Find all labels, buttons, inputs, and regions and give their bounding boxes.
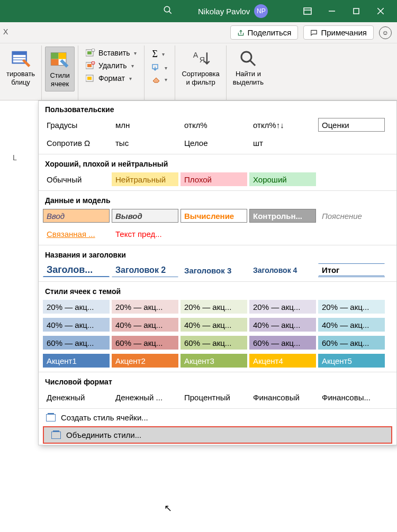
style-bad[interactable]: Плохой (181, 172, 247, 186)
minimize-icon[interactable] (320, 0, 344, 22)
merge-styles-icon (51, 432, 61, 439)
style-accent5[interactable]: Акцент5 (318, 354, 385, 368)
style-currency0[interactable]: Денежный ... (112, 390, 178, 404)
style-heading4[interactable]: Заголовок 4 (249, 263, 316, 277)
merge-styles-label: Объединить стили... (66, 430, 141, 439)
style-financial[interactable]: Финансовый (249, 390, 316, 404)
section-data-model: Данные и модель (39, 192, 396, 208)
style-60-accent3[interactable]: 60% — акц... (181, 336, 247, 350)
new-cell-style-button[interactable]: Создать стиль ячейки... (39, 410, 396, 425)
cell-styles-label: Стили ячеек (50, 71, 69, 88)
style-20-accent1[interactable]: 20% — акц... (43, 300, 110, 314)
cell-styles-gallery: Пользовательские Градусы млн откл% откл%… (38, 100, 397, 445)
share-label: Поделиться (248, 28, 292, 37)
find-select-button[interactable]: Найти и выделить (230, 47, 267, 88)
style-normal[interactable]: Обычный (43, 172, 110, 186)
style-accent1[interactable]: Акцент1 (43, 354, 110, 368)
style-60-accent5[interactable]: 60% — акц... (318, 336, 385, 350)
style-neutral[interactable]: Нейтральный (112, 172, 178, 186)
style-resistance[interactable]: Сопротив Ω (43, 136, 110, 150)
style-otkl-arrows[interactable]: откл%↑↓ (249, 118, 316, 132)
style-explanatory[interactable]: Пояснение (318, 209, 385, 223)
section-custom: Пользовательские (39, 101, 396, 117)
feedback-icon[interactable]: ☺ (379, 26, 392, 39)
style-60-accent2[interactable]: 60% — акц... (112, 336, 178, 350)
section-good-bad: Хороший, плохой и нейтральный (39, 155, 396, 171)
format-table-label: тировать блицу (6, 70, 35, 86)
style-percent[interactable]: Процентный (181, 390, 247, 404)
style-60-accent4[interactable]: 60% — акц... (249, 336, 316, 350)
close-icon[interactable] (368, 0, 393, 22)
svg-line-30 (250, 61, 255, 66)
style-warning[interactable]: Текст пред... (112, 227, 178, 241)
style-40-accent1[interactable]: 40% — акц... (43, 318, 110, 332)
style-20-accent4[interactable]: 20% — акц... (249, 300, 316, 314)
tab-indicator: X (3, 27, 8, 36)
style-financial0[interactable]: Финансовы... (318, 390, 385, 404)
style-currency[interactable]: Денежный (43, 390, 110, 404)
column-header-l[interactable]: L (13, 153, 17, 162)
style-accent2[interactable]: Акцент2 (112, 354, 178, 368)
comments-label: Примечания (321, 28, 367, 37)
style-20-accent5[interactable]: 20% — акц... (318, 300, 385, 314)
style-degrees[interactable]: Градусы (43, 118, 110, 132)
clear-button[interactable]: ▾ (150, 75, 169, 84)
svg-point-0 (164, 6, 170, 12)
style-ratings[interactable]: Оценки (318, 118, 385, 132)
share-button[interactable]: Поделиться (230, 25, 299, 40)
style-check[interactable]: Контрольн... (249, 209, 316, 223)
cell-styles-button[interactable]: Стили ячеек (45, 47, 75, 91)
format-as-table-button[interactable]: тировать блицу (3, 47, 38, 88)
style-20-accent3[interactable]: 20% — акц... (181, 300, 247, 314)
svg-rect-14 (59, 53, 66, 59)
style-tys[interactable]: тыс (112, 136, 178, 150)
merge-styles-button[interactable]: Объединить стили... (43, 426, 392, 444)
avatar[interactable]: NP (254, 4, 268, 18)
svg-rect-2 (304, 8, 311, 14)
maximize-icon[interactable] (344, 0, 368, 22)
sort-label: Сортировка и фильтр (182, 70, 219, 86)
style-accent4[interactable]: Акцент4 (249, 354, 316, 368)
style-linked[interactable]: Связанная ... (43, 227, 110, 241)
style-heading2[interactable]: Заголовок 2 (112, 263, 178, 277)
style-output[interactable]: Вывод (112, 209, 178, 223)
style-accent3[interactable]: Акцент3 (181, 354, 247, 368)
style-40-accent3[interactable]: 40% — акц... (181, 318, 247, 332)
ribbon: тировать блицу Стили ячеек +Вставить▾ ×У… (0, 43, 397, 100)
comments-button[interactable]: Примечания (303, 25, 374, 40)
style-heading1[interactable]: Заголов... (43, 263, 110, 277)
autosum-button[interactable]: Σ▾ (150, 48, 169, 61)
fill-button[interactable]: ▾ (150, 63, 169, 72)
user-name: Nikolay Pavlov (198, 7, 250, 16)
style-calculation[interactable]: Вычисление (181, 209, 247, 223)
style-20-accent2[interactable]: 20% — акц... (112, 300, 178, 314)
style-60-accent1[interactable]: 60% — акц... (43, 336, 110, 350)
svg-rect-17 (87, 51, 92, 54)
svg-rect-13 (51, 53, 58, 59)
search-icon[interactable] (163, 5, 173, 17)
ribbon-display-icon[interactable] (295, 0, 320, 22)
style-input[interactable]: Ввод (43, 209, 110, 223)
title-bar: Nikolay Pavlov NP (0, 0, 397, 22)
style-heading3[interactable]: Заголовок 3 (181, 263, 247, 277)
svg-text:А: А (193, 51, 198, 59)
style-mln[interactable]: млн (112, 118, 178, 132)
delete-cells-button[interactable]: ×Удалить▾ (84, 60, 139, 71)
insert-cells-button[interactable]: +Вставить▾ (84, 48, 139, 58)
style-40-accent4[interactable]: 40% — акц... (249, 318, 316, 332)
style-good[interactable]: Хороший (249, 172, 316, 186)
style-integer[interactable]: Целое (181, 136, 247, 150)
format-cells-button[interactable]: Формат▾ (84, 73, 139, 84)
style-40-accent5[interactable]: 40% — акц... (318, 318, 385, 332)
cursor-icon: ↖ (164, 502, 172, 514)
style-total[interactable]: Итог (318, 263, 385, 277)
sort-filter-button[interactable]: АЯ Сортировка и фильтр (178, 47, 222, 88)
style-pcs[interactable]: шт (249, 136, 316, 150)
style-otkl-pct[interactable]: откл% (181, 118, 247, 132)
quick-access-row: X Поделиться Примечания ☺ (0, 22, 397, 43)
svg-rect-5 (354, 8, 359, 14)
new-style-icon (46, 414, 56, 421)
svg-rect-15 (51, 59, 58, 66)
style-40-accent2[interactable]: 40% — акц... (112, 318, 178, 332)
svg-rect-25 (87, 77, 92, 80)
